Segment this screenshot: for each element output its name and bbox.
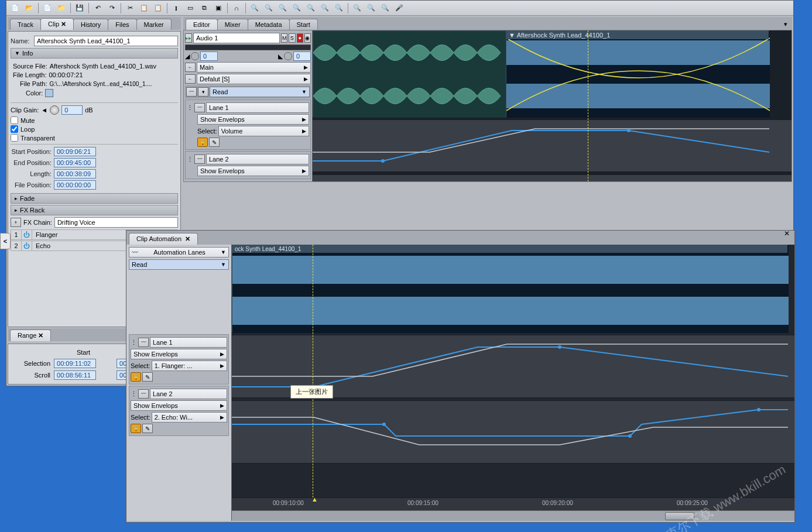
- lane-grip-icon[interactable]: ⋮: [187, 156, 193, 163]
- lane-grip-icon[interactable]: ⋮: [187, 104, 193, 112]
- zoom-left-icon[interactable]: 🔍: [351, 2, 364, 14]
- automation-waveform-area[interactable]: ock Synth Lead_44100_1 上一张图片 00:09:10:00…: [232, 245, 794, 521]
- show-envelops-dropdown-2[interactable]: Show Envelops▶: [197, 166, 309, 176]
- automation-icon[interactable]: 〰: [194, 103, 205, 112]
- back-icon[interactable]: ←: [185, 74, 196, 84]
- auto-lane-1-dropdown[interactable]: Lane 1: [150, 337, 227, 348]
- tab-metadata[interactable]: Metadata: [248, 19, 290, 30]
- zoom-fit-icon[interactable]: 🔍: [248, 2, 261, 14]
- horizontal-scrollbar[interactable]: [232, 510, 794, 521]
- scroll-start-input[interactable]: [54, 370, 96, 380]
- undo-icon[interactable]: ↶: [91, 2, 104, 14]
- automation-icon[interactable]: 〰: [186, 87, 197, 97]
- lane-grip-icon[interactable]: ⋮: [131, 390, 137, 398]
- mic-icon[interactable]: 🎤: [393, 2, 406, 14]
- tab-start[interactable]: Start: [289, 19, 318, 30]
- envelope-lane-1[interactable]: [313, 119, 792, 172]
- automation-lanes-dropdown[interactable]: 〰 Automation Lanes▼: [129, 247, 229, 258]
- tab-marker[interactable]: Marker: [136, 19, 172, 30]
- lane-2-dropdown[interactable]: Lane 2: [206, 154, 309, 164]
- envelope-lane-2[interactable]: [313, 174, 792, 181]
- output-dropdown[interactable]: Main▶: [197, 62, 311, 73]
- file-pos-input[interactable]: [54, 180, 96, 190]
- open-brown-icon[interactable]: 📁: [55, 2, 68, 14]
- auto-lane-1-show[interactable]: Show Envelops▶: [131, 349, 227, 359]
- paste-icon[interactable]: 📋: [152, 2, 165, 14]
- fade-out-input[interactable]: [293, 52, 311, 61]
- zoom-vfit-icon[interactable]: 🔍: [333, 2, 345, 14]
- track-name-input[interactable]: [193, 33, 280, 43]
- fxrack-header[interactable]: ▸FX Rack: [11, 205, 178, 215]
- playhead[interactable]: [588, 30, 588, 181]
- start-pos-input[interactable]: [54, 147, 96, 156]
- close-icon[interactable]: ✕: [185, 235, 190, 242]
- automation-read-dropdown[interactable]: Read▼: [129, 259, 229, 270]
- select-param-dropdown[interactable]: Volume▶: [218, 126, 309, 136]
- automation-icon[interactable]: 〰: [194, 155, 205, 164]
- time-ruler[interactable]: 00:09:10:00 00:09:15:00 00:09:20:00 00:0…: [232, 497, 794, 510]
- loop-icon[interactable]: ∩: [230, 2, 243, 14]
- save-icon[interactable]: 💾: [73, 2, 86, 14]
- show-envelops-dropdown[interactable]: Show Envelops▶: [197, 114, 309, 125]
- close-icon[interactable]: ✕: [61, 20, 66, 28]
- new-doc-icon[interactable]: 📄: [41, 2, 54, 14]
- power-icon[interactable]: ⏻: [22, 241, 32, 250]
- zoom-sel-icon[interactable]: 🔍: [262, 2, 275, 14]
- auto-lane-2-select[interactable]: 2. Echo: Wi...▶: [152, 412, 227, 423]
- auto-playhead[interactable]: [313, 245, 313, 497]
- crossfade-tool-icon[interactable]: ⧉: [198, 2, 211, 14]
- clip-blue[interactable]: ▼ Aftershock Synth Lead_44100_1: [506, 30, 769, 117]
- input-monitor-button[interactable]: ◉: [304, 33, 311, 43]
- pencil-icon[interactable]: ✎: [209, 138, 220, 147]
- transparent-checkbox[interactable]: Transparent: [11, 134, 178, 142]
- waveform-area[interactable]: ▼ Aftershock Synth Lead_44100_1: [313, 30, 792, 181]
- copy-icon[interactable]: 📋: [138, 2, 150, 14]
- lane-1-dropdown[interactable]: Lane 1: [206, 102, 309, 113]
- mute-button[interactable]: M: [281, 33, 287, 43]
- color-swatch[interactable]: [45, 89, 53, 97]
- cut-icon[interactable]: ✂: [124, 2, 136, 14]
- open-folder-icon[interactable]: 📂: [23, 2, 36, 14]
- auto-lane-1-select[interactable]: 1. Flanger: ...▶: [152, 361, 227, 371]
- lock-icon[interactable]: 🔒: [131, 372, 141, 382]
- lock-icon[interactable]: 🔒: [131, 424, 141, 433]
- info-header[interactable]: ▼Info: [11, 48, 178, 59]
- zoom-right-icon[interactable]: 🔍: [365, 2, 378, 14]
- preset-dropdown[interactable]: Defalut [S]▶: [197, 74, 311, 84]
- automation-icon[interactable]: 〰: [138, 389, 149, 399]
- auto-lane-2-show[interactable]: Show Envelops▶: [131, 400, 227, 411]
- power-icon[interactable]: ⏻: [22, 230, 32, 239]
- fade-out-knob[interactable]: [284, 52, 292, 60]
- new-file-icon[interactable]: 📄: [9, 2, 22, 14]
- tab-history[interactable]: History: [73, 19, 108, 30]
- cursor-tool-icon[interactable]: I: [170, 2, 183, 14]
- auto-lane-2-dropdown[interactable]: Lane 2: [150, 389, 227, 399]
- track-expand-icon[interactable]: ▸▸: [185, 33, 192, 43]
- pencil-icon[interactable]: ✎: [142, 424, 153, 433]
- tab-range[interactable]: Range✕: [10, 330, 51, 341]
- selection-start-input[interactable]: [54, 359, 96, 368]
- zoom-v-icon[interactable]: 🔍: [318, 2, 331, 14]
- playhead-marker-icon[interactable]: ▲: [311, 496, 318, 503]
- tab-clip[interactable]: Clip✕: [40, 18, 74, 30]
- auto-envelope-2[interactable]: [232, 400, 794, 464]
- end-pos-input[interactable]: [54, 158, 96, 167]
- mute-checkbox[interactable]: Mute: [11, 116, 178, 124]
- group-tool-icon[interactable]: ▣: [212, 2, 225, 14]
- automation-menu-icon[interactable]: ▾: [198, 87, 208, 97]
- panel-collapse-handle[interactable]: <: [0, 233, 11, 249]
- close-icon[interactable]: ✕: [38, 332, 43, 339]
- redo-icon[interactable]: ↷: [105, 2, 118, 14]
- length-input[interactable]: [54, 169, 96, 179]
- zoom-undo-icon[interactable]: 🔍: [276, 2, 289, 14]
- zoom-reset-icon[interactable]: 🔍: [379, 2, 392, 14]
- fade-header[interactable]: ▸Fade: [11, 193, 178, 204]
- back-icon[interactable]: ←: [185, 63, 196, 72]
- tab-clip-automation[interactable]: Clip Automation ✕: [129, 233, 198, 245]
- clip-gain-input[interactable]: [61, 105, 83, 115]
- automation-icon[interactable]: 〰: [138, 338, 149, 347]
- fxchain-input[interactable]: [54, 217, 178, 228]
- zoom-out-icon[interactable]: 🔍: [290, 2, 303, 14]
- auto-clip[interactable]: ock Synth Lead_44100_1: [232, 245, 788, 332]
- lock-icon[interactable]: 🔒: [197, 138, 208, 147]
